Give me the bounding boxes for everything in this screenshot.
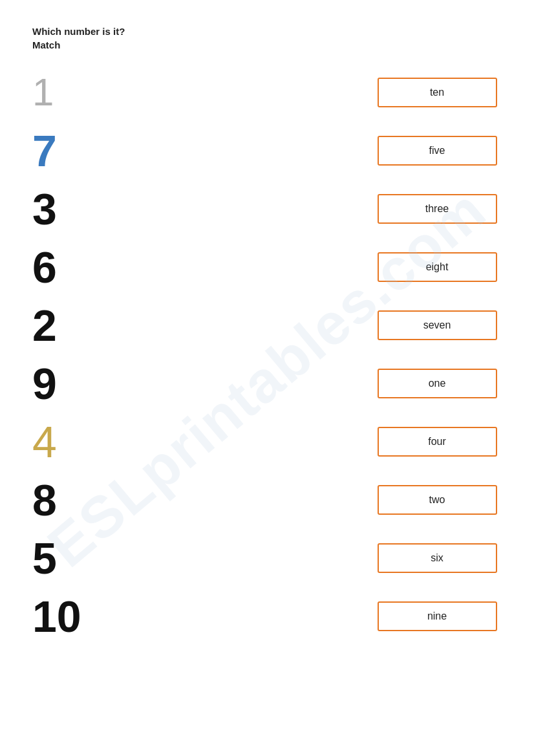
word-box: seven bbox=[378, 310, 497, 340]
match-row: 3three bbox=[32, 180, 502, 238]
match-row: 5six bbox=[32, 529, 502, 587]
word-col: two bbox=[372, 485, 502, 515]
instructions: Which number is it? Match bbox=[32, 26, 502, 50]
word-box: two bbox=[378, 485, 497, 515]
word-box: eight bbox=[378, 252, 497, 282]
number-digit: 1 bbox=[32, 73, 54, 112]
word-col: three bbox=[372, 194, 502, 224]
number-digit: 6 bbox=[32, 245, 57, 289]
match-row: 7five bbox=[32, 122, 502, 180]
word-box: three bbox=[378, 194, 497, 224]
instruction-line-2: Match bbox=[32, 39, 502, 50]
word-col: seven bbox=[372, 310, 502, 340]
number-col: 1 bbox=[32, 73, 136, 112]
match-row: 6eight bbox=[32, 238, 502, 296]
word-box: ten bbox=[378, 78, 497, 107]
word-col: one bbox=[372, 369, 502, 398]
word-col: nine bbox=[372, 601, 502, 631]
number-col: 6 bbox=[32, 245, 136, 289]
word-col: eight bbox=[372, 252, 502, 282]
number-col: 4 bbox=[32, 420, 136, 464]
word-box: nine bbox=[378, 601, 497, 631]
number-col: 9 bbox=[32, 362, 136, 405]
number-digit: 8 bbox=[32, 478, 57, 522]
number-digit: 2 bbox=[32, 303, 57, 347]
number-col: 10 bbox=[32, 594, 136, 638]
word-box: four bbox=[378, 427, 497, 457]
matching-area: 1ten7five3three6eight2seven9one4four8two… bbox=[32, 63, 502, 645]
number-digit: 4 bbox=[32, 420, 57, 464]
word-col: six bbox=[372, 543, 502, 573]
page: Which number is it? Match 1ten7five3thre… bbox=[0, 0, 534, 756]
instruction-line-1: Which number is it? bbox=[32, 26, 502, 37]
number-col: 2 bbox=[32, 303, 136, 347]
word-box: five bbox=[378, 136, 497, 166]
word-col: five bbox=[372, 136, 502, 166]
word-col: ten bbox=[372, 78, 502, 107]
match-row: 2seven bbox=[32, 296, 502, 354]
number-digit: 3 bbox=[32, 187, 57, 231]
number-col: 8 bbox=[32, 478, 136, 522]
number-col: 3 bbox=[32, 187, 136, 231]
number-digit: 9 bbox=[32, 362, 57, 405]
number-col: 7 bbox=[32, 129, 136, 173]
match-row: 10nine bbox=[32, 587, 502, 645]
number-col: 5 bbox=[32, 536, 136, 580]
word-box: one bbox=[378, 369, 497, 398]
number-digit: 7 bbox=[32, 129, 57, 173]
match-row: 9one bbox=[32, 354, 502, 413]
match-row: 1ten bbox=[32, 63, 502, 122]
number-digit: 10 bbox=[32, 594, 81, 638]
number-digit: 5 bbox=[32, 536, 57, 580]
match-row: 8two bbox=[32, 471, 502, 529]
word-box: six bbox=[378, 543, 497, 573]
match-row: 4four bbox=[32, 413, 502, 471]
word-col: four bbox=[372, 427, 502, 457]
